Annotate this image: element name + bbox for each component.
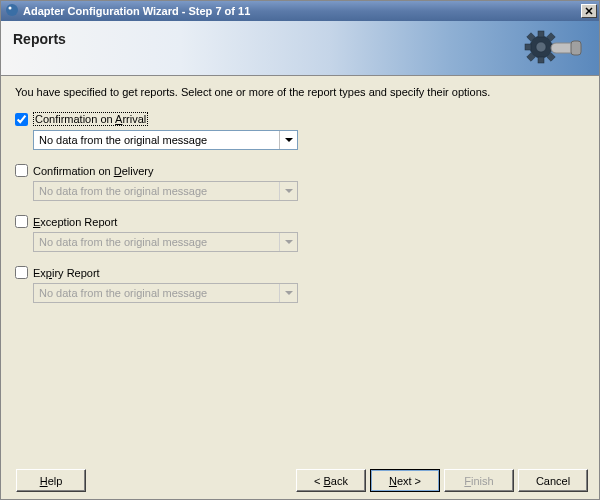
page-title: Reports [13, 31, 599, 47]
content-area: You have specified to get reports. Selec… [1, 76, 599, 446]
combo-delivery: No data from the original message [33, 181, 298, 201]
svg-rect-13 [571, 41, 581, 55]
svg-point-0 [6, 4, 18, 16]
help-button[interactable]: Help [16, 469, 86, 492]
combo-exception: No data from the original message [33, 232, 298, 252]
option-expiry: Expiry Report No data from the original … [15, 266, 585, 303]
combo-expiry-text: No data from the original message [39, 287, 279, 299]
checkbox-exception[interactable] [15, 215, 28, 228]
svg-rect-4 [538, 31, 544, 37]
label-exception[interactable]: Exception Report [33, 216, 117, 228]
label-expiry[interactable]: Expiry Report [33, 267, 100, 279]
checkbox-arrival[interactable] [15, 113, 28, 126]
close-icon [585, 7, 593, 15]
chevron-down-icon [285, 291, 293, 295]
app-icon [5, 3, 19, 19]
back-button[interactable]: < Back [296, 469, 366, 492]
option-arrival: Confirmation on Arrival No data from the… [15, 112, 585, 150]
close-button[interactable] [581, 4, 597, 18]
combo-exception-text: No data from the original message [39, 236, 279, 248]
combo-exception-button [279, 233, 297, 251]
title-bar: Adapter Configuration Wizard - Step 7 of… [1, 1, 599, 21]
svg-rect-5 [538, 57, 544, 63]
wizard-header: Reports [1, 21, 599, 76]
combo-arrival-button[interactable] [279, 131, 297, 149]
combo-expiry: No data from the original message [33, 283, 298, 303]
combo-arrival[interactable]: No data from the original message [33, 130, 298, 150]
gear-icon [523, 27, 583, 69]
svg-point-1 [9, 7, 12, 10]
checkbox-delivery[interactable] [15, 164, 28, 177]
chevron-down-icon [285, 240, 293, 244]
svg-point-3 [536, 42, 546, 52]
combo-arrival-text: No data from the original message [39, 134, 279, 146]
label-delivery[interactable]: Confirmation on Delivery [33, 165, 153, 177]
combo-expiry-button [279, 284, 297, 302]
svg-rect-6 [525, 44, 531, 50]
combo-delivery-text: No data from the original message [39, 185, 279, 197]
chevron-down-icon [285, 189, 293, 193]
chevron-down-icon [285, 138, 293, 142]
option-exception: Exception Report No data from the origin… [15, 215, 585, 252]
footer-buttons: Help < Back Next > Finish Cancel [0, 469, 600, 492]
option-delivery: Confirmation on Delivery No data from th… [15, 164, 585, 201]
checkbox-expiry[interactable] [15, 266, 28, 279]
window-title: Adapter Configuration Wizard - Step 7 of… [23, 5, 581, 17]
next-button[interactable]: Next > [370, 469, 440, 492]
label-arrival[interactable]: Confirmation on Arrival [33, 112, 148, 126]
cancel-button[interactable]: Cancel [518, 469, 588, 492]
combo-delivery-button [279, 182, 297, 200]
finish-button: Finish [444, 469, 514, 492]
intro-text: You have specified to get reports. Selec… [15, 86, 585, 98]
